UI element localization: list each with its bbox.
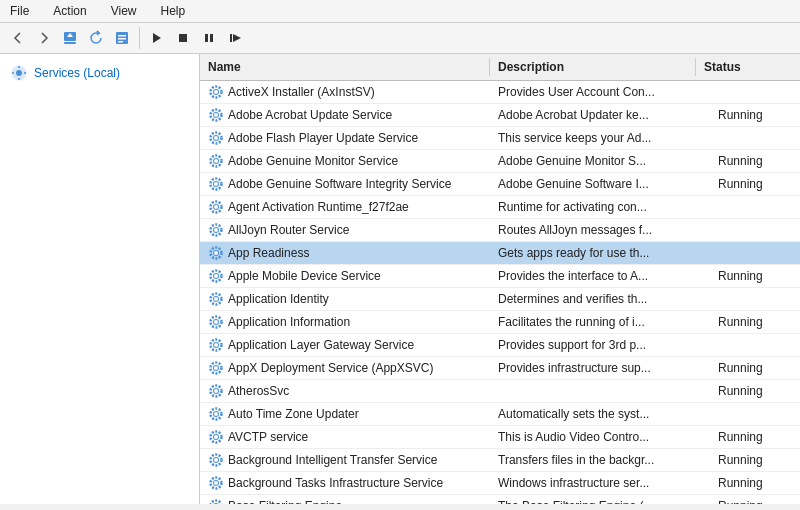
service-description: Determines and verifies th... xyxy=(490,289,710,309)
svg-point-32 xyxy=(214,182,218,186)
pause-service-button[interactable] xyxy=(197,26,221,50)
service-description: Adobe Acrobat Updater ke... xyxy=(490,105,710,125)
up-button[interactable] xyxy=(58,26,82,50)
svg-point-44 xyxy=(214,274,218,278)
table-row[interactable]: Application Layer Gateway ServiceProvide… xyxy=(200,334,800,357)
table-row[interactable]: AtherosSvcRunning xyxy=(200,380,800,403)
service-description: The Base Filtering Engine (... xyxy=(490,496,710,504)
table-header: Name Description Status xyxy=(200,54,800,81)
service-name-text: Auto Time Zone Updater xyxy=(228,407,359,421)
svg-point-38 xyxy=(214,228,218,232)
table-row[interactable]: Background Intelligent Transfer ServiceT… xyxy=(200,449,800,472)
service-gear-icon xyxy=(208,452,224,468)
table-row[interactable]: Adobe Flash Player Update ServiceThis se… xyxy=(200,127,800,150)
service-status: Running xyxy=(710,496,800,504)
service-status xyxy=(710,296,800,302)
table-row[interactable]: Application IdentityDetermines and verif… xyxy=(200,288,800,311)
properties-button[interactable] xyxy=(110,26,134,50)
table-row[interactable]: Apple Mobile Device ServiceProvides the … xyxy=(200,265,800,288)
service-name-text: App Readiness xyxy=(228,246,309,260)
menu-file[interactable]: File xyxy=(4,2,35,20)
service-description: Windows infrastructure ser... xyxy=(490,473,710,493)
service-status: Running xyxy=(710,174,800,194)
service-description: Facilitates the running of i... xyxy=(490,312,710,332)
svg-point-41 xyxy=(214,251,218,255)
table-row[interactable]: Agent Activation Runtime_f27f2aeRuntime … xyxy=(200,196,800,219)
table-row[interactable]: App ReadinessGets apps ready for use th.… xyxy=(200,242,800,265)
service-name-cell: App Readiness xyxy=(200,242,490,264)
column-header-description[interactable]: Description xyxy=(490,58,696,76)
service-status xyxy=(710,227,800,233)
table-row[interactable]: Application InformationFacilitates the r… xyxy=(200,311,800,334)
service-name-cell: AtherosSvc xyxy=(200,380,490,402)
service-description: Provides the interface to A... xyxy=(490,266,710,286)
menu-help[interactable]: Help xyxy=(155,2,192,20)
table-row[interactable]: Auto Time Zone UpdaterAutomatically sets… xyxy=(200,403,800,426)
svg-rect-4 xyxy=(118,38,126,40)
service-gear-icon xyxy=(208,245,224,261)
service-gear-icon xyxy=(208,337,224,353)
table-row[interactable]: Background Tasks Infrastructure ServiceW… xyxy=(200,472,800,495)
service-name-cell: Base Filtering Engine xyxy=(200,495,490,504)
table-row[interactable]: ActiveX Installer (AxInstSV)Provides Use… xyxy=(200,81,800,104)
resume-service-button[interactable] xyxy=(223,26,247,50)
service-description: Transfers files in the backgr... xyxy=(490,450,710,470)
service-name-cell: Adobe Flash Player Update Service xyxy=(200,127,490,149)
service-name-text: AppX Deployment Service (AppXSVC) xyxy=(228,361,433,375)
service-name-text: Adobe Acrobat Update Service xyxy=(228,108,392,122)
service-gear-icon xyxy=(208,107,224,123)
service-name-text: Application Identity xyxy=(228,292,329,306)
table-row[interactable]: Base Filtering EngineThe Base Filtering … xyxy=(200,495,800,504)
service-name-cell: AVCTP service xyxy=(200,426,490,448)
services-table-body[interactable]: ActiveX Installer (AxInstSV)Provides Use… xyxy=(200,81,800,504)
table-row[interactable]: Adobe Acrobat Update ServiceAdobe Acroba… xyxy=(200,104,800,127)
service-name-text: Apple Mobile Device Service xyxy=(228,269,381,283)
service-status: Running xyxy=(710,312,800,332)
service-status: Running xyxy=(710,427,800,447)
stop-service-button[interactable] xyxy=(171,26,195,50)
service-name-cell: Adobe Genuine Software Integrity Service xyxy=(200,173,490,195)
service-name-cell: Background Intelligent Transfer Service xyxy=(200,449,490,471)
service-name-text: AllJoyn Router Service xyxy=(228,223,349,237)
service-name-text: Adobe Genuine Software Integrity Service xyxy=(228,177,451,191)
menu-action[interactable]: Action xyxy=(47,2,92,20)
svg-point-20 xyxy=(214,90,218,94)
service-name-cell: ActiveX Installer (AxInstSV) xyxy=(200,81,490,103)
table-row[interactable]: Adobe Genuine Monitor ServiceAdobe Genui… xyxy=(200,150,800,173)
service-name-text: Background Intelligent Transfer Service xyxy=(228,453,437,467)
main-container: Services (Local) Name Description Status… xyxy=(0,54,800,504)
column-header-name[interactable]: Name xyxy=(200,58,490,76)
table-row[interactable]: AVCTP serviceThis is Audio Video Contro.… xyxy=(200,426,800,449)
service-description: Adobe Genuine Monitor S... xyxy=(490,151,710,171)
service-name-text: Application Layer Gateway Service xyxy=(228,338,414,352)
service-name-text: AVCTP service xyxy=(228,430,308,444)
back-button[interactable] xyxy=(6,26,30,50)
left-panel: Services (Local) xyxy=(0,54,200,504)
column-header-status[interactable]: Status xyxy=(696,58,786,76)
svg-rect-5 xyxy=(118,41,123,43)
svg-marker-11 xyxy=(233,34,241,42)
svg-point-53 xyxy=(214,343,218,347)
svg-rect-10 xyxy=(230,34,232,42)
service-gear-icon xyxy=(208,291,224,307)
start-service-button[interactable] xyxy=(145,26,169,50)
table-row[interactable]: Adobe Genuine Software Integrity Service… xyxy=(200,173,800,196)
service-status xyxy=(710,250,800,256)
forward-button[interactable] xyxy=(32,26,56,50)
services-local-item[interactable]: Services (Local) xyxy=(4,60,195,86)
service-name-cell: Auto Time Zone Updater xyxy=(200,403,490,425)
table-row[interactable]: AllJoyn Router ServiceRoutes AllJoyn mes… xyxy=(200,219,800,242)
table-row[interactable]: AppX Deployment Service (AppXSVC)Provide… xyxy=(200,357,800,380)
service-gear-icon xyxy=(208,406,224,422)
service-description: Adobe Genuine Software I... xyxy=(490,174,710,194)
service-description: Gets apps ready for use th... xyxy=(490,243,710,263)
svg-point-50 xyxy=(214,320,218,324)
menu-view[interactable]: View xyxy=(105,2,143,20)
refresh-button[interactable] xyxy=(84,26,108,50)
svg-point-29 xyxy=(214,159,218,163)
service-gear-icon xyxy=(208,176,224,192)
service-description: Provides support for 3rd p... xyxy=(490,335,710,355)
service-name-cell: Adobe Genuine Monitor Service xyxy=(200,150,490,172)
toolbar xyxy=(0,23,800,54)
svg-point-71 xyxy=(214,481,218,485)
